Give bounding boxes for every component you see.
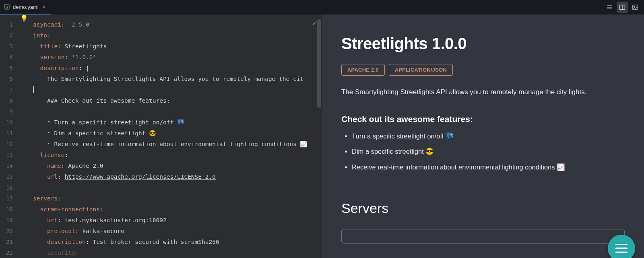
code-area[interactable]: asyncapi: '2.5.0'info: title: Streetligh… (28, 14, 322, 258)
badge[interactable]: APACHE 2.0 (341, 64, 385, 76)
code-line: description: | (33, 63, 322, 74)
code-line: ### Check out its awesome features: (33, 95, 322, 106)
line-number: 8 (0, 95, 20, 106)
code-line (33, 106, 322, 117)
badge-row: APACHE 2.0APPLICATION/JSON (341, 64, 625, 76)
code-line: protocol: kafka-secure (33, 226, 322, 237)
line-number: 9 (0, 106, 20, 117)
list-view-icon[interactable] (604, 2, 615, 13)
line-number: 22 (0, 248, 20, 258)
line-number: 17 (0, 193, 20, 204)
line-number: 7 (0, 85, 20, 95)
code-line: servers: (33, 193, 322, 204)
line-number: 14 (0, 161, 20, 171)
code-line (33, 182, 322, 193)
line-gutter: 12345678910111213141516171819202122 (0, 14, 20, 258)
svg-text:{}: {} (6, 6, 8, 9)
code-line: * Receive real-time information about en… (33, 139, 322, 150)
api-description: The Smartylighting Streetlights API allo… (341, 87, 625, 97)
editor-pane[interactable]: ✓ 12345678910111213141516171819202122 💡 … (0, 14, 322, 258)
code-line (33, 85, 322, 95)
code-line: url: https://www.apache.org/licenses/LIC… (33, 171, 322, 182)
line-number: 6 (0, 74, 20, 85)
close-tab-icon[interactable]: × (42, 4, 47, 10)
code-line: title: Streetlights (33, 41, 322, 52)
servers-heading: Servers (341, 200, 625, 216)
line-number: 21 (0, 237, 20, 248)
line-number: 1 (0, 19, 20, 30)
code-line: info: (33, 30, 322, 41)
line-number: 19 (0, 215, 20, 226)
api-title: Streetlights 1.0.0 (341, 35, 625, 53)
feature-item: Turn a specific streetlight on/off 🌃 (352, 131, 625, 141)
image-view-icon[interactable] (630, 2, 641, 13)
badge[interactable]: APPLICATION/JSON (389, 64, 453, 76)
feature-item: Receive real-time information about envi… (352, 162, 625, 172)
line-number: 5 (0, 63, 20, 74)
lightbulb-icon[interactable]: 💡 (20, 14, 28, 258)
line-number: 12 (0, 139, 20, 150)
checkmark-icon: ✓ (312, 19, 317, 27)
text-caret (33, 86, 34, 93)
code-line: description: Test broker secured with sc… (33, 237, 322, 248)
line-number: 4 (0, 52, 20, 63)
file-tab[interactable]: {} demo.yaml × (0, 0, 51, 14)
code-line: * Turn a specific streetlight on/off 🌃 (33, 117, 322, 128)
code-line: license: (33, 150, 322, 161)
svg-point-8 (634, 6, 634, 7)
code-line: asyncapi: '2.5.0' (33, 19, 322, 30)
server-card[interactable] (341, 229, 625, 244)
code-line: url: test.mykafkacluster.org:18092 (33, 215, 322, 226)
features-list: Turn a specific streetlight on/off 🌃Dim … (341, 131, 625, 172)
tab-filename: demo.yaml (13, 4, 39, 10)
line-number: 11 (0, 128, 20, 139)
code-line: The Smartylighting Streetlights API allo… (33, 74, 322, 85)
feature-item: Dim a specific streetlight 😎 (352, 147, 625, 157)
split-preview-icon[interactable] (617, 2, 628, 13)
line-number: 16 (0, 182, 20, 193)
line-number: 15 (0, 171, 20, 182)
line-number: 10 (0, 117, 20, 128)
code-line: name: Apache 2.0 (33, 161, 322, 171)
code-line: version: '1.0.0' (33, 52, 322, 63)
code-line: * Dim a specific streetlight 😎 (33, 128, 322, 139)
top-right-actions (604, 0, 641, 14)
line-number: 3 (0, 41, 20, 52)
yaml-file-icon: {} (4, 4, 10, 10)
line-number: 20 (0, 226, 20, 237)
line-number: 18 (0, 204, 20, 215)
editor-scrollbar[interactable] (317, 19, 321, 108)
line-number: 2 (0, 30, 20, 41)
tab-bar: {} demo.yaml × (0, 0, 644, 14)
code-line: scram-connections: (33, 204, 322, 215)
features-heading: Check out its awesome features: (341, 114, 625, 124)
line-number: 13 (0, 150, 20, 161)
code-line: security: (33, 248, 322, 258)
preview-pane[interactable]: Streetlights 1.0.0 APACHE 2.0APPLICATION… (322, 14, 644, 258)
